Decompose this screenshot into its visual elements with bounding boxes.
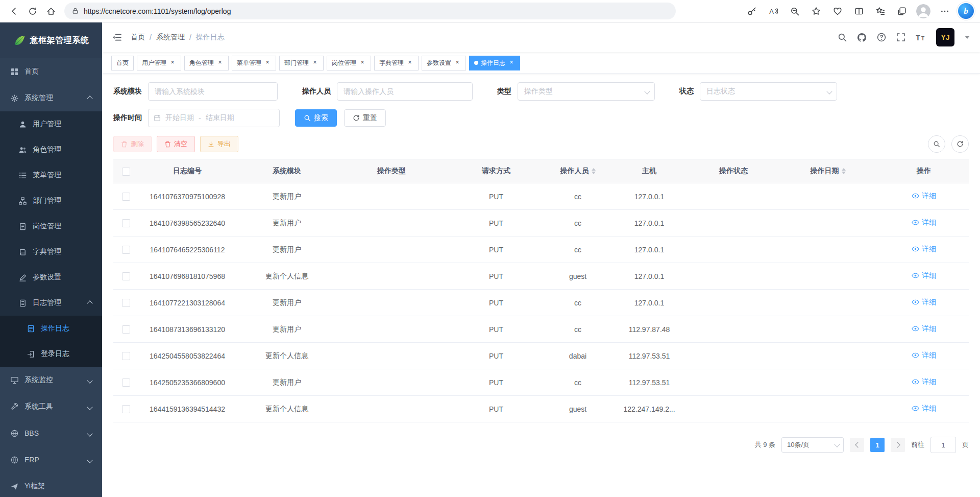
browser-essentials-icon[interactable] — [828, 2, 847, 20]
refresh-icon[interactable] — [23, 2, 42, 20]
tag-close-icon[interactable]: × — [264, 59, 271, 66]
select-all-checkbox[interactable] — [122, 168, 130, 176]
read-aloud-icon[interactable]: A — [764, 2, 782, 20]
tag-close-icon[interactable]: × — [216, 59, 224, 66]
tag-close-icon[interactable]: × — [454, 59, 461, 66]
tag-close-icon[interactable]: × — [508, 59, 515, 66]
header-operator[interactable]: 操作人员 — [547, 159, 608, 183]
font-size-icon[interactable]: TT — [916, 33, 926, 42]
collections-icon[interactable] — [893, 2, 911, 20]
tag-close-icon[interactable]: × — [311, 59, 318, 66]
address-bar[interactable]: https://ccnetcore.com:1101/system/log/op… — [64, 3, 676, 19]
tag[interactable]: 菜单管理× — [232, 56, 276, 70]
row-checkbox[interactable] — [122, 193, 130, 201]
github-icon[interactable] — [857, 33, 867, 42]
sidebar-item-log[interactable]: 日志管理 — [0, 290, 102, 316]
bing-icon[interactable]: b — [957, 2, 975, 20]
sidebar-item-operlog[interactable]: 操作日志 — [0, 316, 102, 341]
search-icon[interactable] — [838, 33, 847, 42]
date-range-picker[interactable]: 开始日期 - 结束日期 — [148, 109, 280, 127]
back-icon[interactable] — [5, 2, 23, 20]
url-text[interactable]: https://ccnetcore.com:1101/system/log/op… — [84, 7, 231, 15]
user-avatar[interactable]: YJ — [936, 28, 954, 46]
tag[interactable]: 部门管理× — [279, 56, 324, 70]
detail-link[interactable]: 详细 — [912, 351, 936, 360]
detail-link[interactable]: 详细 — [912, 218, 936, 227]
tag[interactable]: 字典管理× — [374, 56, 419, 70]
sidebar-item-tools[interactable]: 系统工具 — [0, 393, 102, 420]
tag[interactable]: 角色管理× — [184, 56, 229, 70]
prev-page-button[interactable] — [850, 438, 864, 452]
row-checkbox[interactable] — [122, 405, 130, 413]
help-icon[interactable] — [877, 33, 886, 42]
show-search-icon[interactable] — [928, 135, 945, 153]
detail-link[interactable]: 详细 — [912, 377, 936, 387]
sidebar-item-erp[interactable]: ERP — [0, 446, 102, 473]
tag[interactable]: 首页 — [111, 56, 134, 70]
sidebar-item-home[interactable]: 首页 — [0, 58, 102, 85]
row-checkbox[interactable] — [122, 352, 130, 360]
type-select[interactable]: 操作类型 — [518, 82, 655, 101]
header-date[interactable]: 操作日期 — [777, 159, 879, 183]
sidebar-item-dict[interactable]: 字典管理 — [0, 239, 102, 265]
breadcrumb-system[interactable]: 系统管理 — [156, 33, 185, 42]
module-input[interactable] — [148, 82, 278, 101]
breadcrumb-home[interactable]: 首页 — [131, 33, 145, 42]
operator-input[interactable] — [337, 82, 473, 101]
row-checkbox[interactable] — [122, 219, 130, 227]
tag[interactable]: 岗位管理× — [327, 56, 371, 70]
detail-link[interactable]: 详细 — [912, 404, 936, 413]
tag-close-icon[interactable]: × — [169, 59, 176, 66]
detail-link[interactable]: 详细 — [912, 245, 936, 254]
refresh-table-icon[interactable] — [951, 135, 969, 153]
zoom-out-icon[interactable] — [786, 2, 804, 20]
status-select[interactable]: 日志状态 — [700, 82, 837, 101]
detail-link[interactable]: 详细 — [912, 271, 936, 280]
reset-button[interactable]: 重置 — [344, 109, 386, 127]
delete-button[interactable]: 删除 — [113, 136, 152, 152]
favorites-bar-icon[interactable] — [871, 2, 890, 20]
tag-close-icon[interactable]: × — [406, 59, 413, 66]
tag[interactable]: 用户管理× — [137, 56, 181, 70]
sidebar-item-param[interactable]: 参数设置 — [0, 265, 102, 290]
sidebar-item-user[interactable]: 用户管理 — [0, 111, 102, 137]
page-size-select[interactable]: 10条/页 — [781, 437, 844, 453]
row-checkbox[interactable] — [122, 378, 130, 387]
sort-icons[interactable] — [592, 166, 596, 176]
row-checkbox[interactable] — [122, 246, 130, 254]
next-page-button[interactable] — [891, 438, 905, 452]
profile-avatar[interactable] — [914, 2, 933, 20]
site-info-icon[interactable] — [71, 7, 79, 15]
tag[interactable]: 参数设置× — [422, 56, 466, 70]
home-icon[interactable] — [42, 2, 60, 20]
start-date-placeholder[interactable]: 开始日期 — [165, 113, 194, 123]
detail-link[interactable]: 详细 — [912, 192, 936, 201]
sidebar-item-system[interactable]: 系统管理 — [0, 85, 102, 111]
password-key-icon[interactable] — [743, 2, 761, 20]
sidebar-item-menu[interactable]: 菜单管理 — [0, 162, 102, 188]
goto-page-input[interactable] — [930, 437, 956, 453]
sidebar-item-dept[interactable]: 部门管理 — [0, 188, 102, 214]
detail-link[interactable]: 详细 — [912, 298, 936, 307]
sidebar-item-loginlog[interactable]: 登录日志 — [0, 341, 102, 367]
tag[interactable]: 操作日志× — [469, 56, 520, 70]
sidebar-item-monitor[interactable]: 系统监控 — [0, 367, 102, 393]
sidebar-toggle-icon[interactable] — [112, 33, 121, 42]
row-checkbox[interactable] — [122, 299, 130, 307]
fullscreen-icon[interactable] — [896, 33, 905, 42]
avatar-dropdown-icon[interactable] — [965, 36, 970, 41]
row-checkbox[interactable] — [122, 325, 130, 334]
clear-button[interactable]: 清空 — [157, 136, 195, 152]
page-1-button[interactable]: 1 — [870, 438, 885, 452]
search-button[interactable]: 搜索 — [295, 109, 337, 127]
sidebar-item-yi[interactable]: Yi框架 — [0, 473, 102, 497]
split-screen-icon[interactable] — [850, 2, 868, 20]
more-menu-icon[interactable] — [936, 2, 954, 20]
sidebar-item-post[interactable]: 岗位管理 — [0, 214, 102, 239]
sidebar-item-bbs[interactable]: BBS — [0, 420, 102, 446]
sidebar-item-role[interactable]: 角色管理 — [0, 137, 102, 162]
sort-icons[interactable] — [842, 166, 846, 176]
tag-close-icon[interactable]: × — [359, 59, 366, 66]
favorites-add-icon[interactable] — [807, 2, 825, 20]
detail-link[interactable]: 详细 — [912, 324, 936, 334]
